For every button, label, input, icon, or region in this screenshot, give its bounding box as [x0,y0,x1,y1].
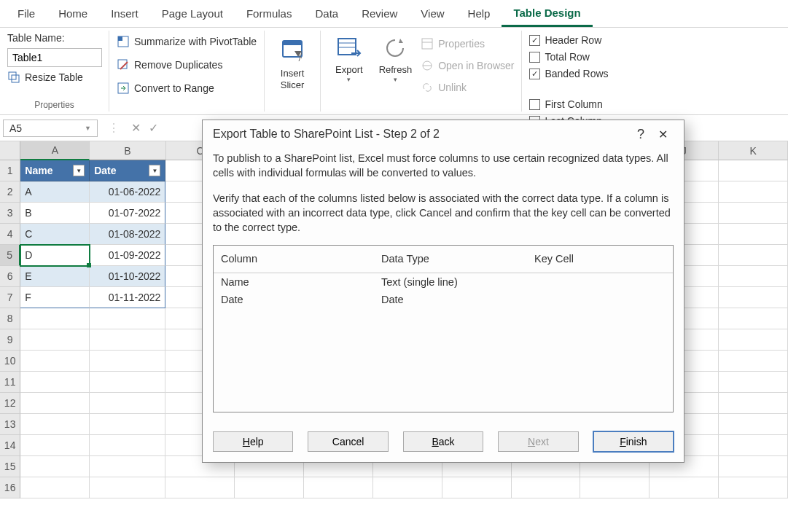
column-header-b[interactable]: B [90,141,165,160]
ribbon-tab-formulas[interactable]: Formulas [235,1,304,26]
cell-A16[interactable] [20,477,90,498]
row-header-10[interactable]: 10 [0,351,20,372]
cell-K4[interactable] [719,224,788,245]
cell-A3[interactable]: B [20,203,90,224]
cell-B6[interactable]: 01-10-2022 [90,266,165,287]
resize-table-button[interactable]: Resize Table [7,69,101,86]
cell-B16[interactable] [90,477,165,498]
cell-A6[interactable]: E [20,266,90,287]
first-column-checkbox[interactable]: First Column [529,96,781,112]
cell-K3[interactable] [719,203,788,224]
cell-J16[interactable] [649,477,719,498]
select-all-corner[interactable] [0,141,20,160]
cell-K8[interactable] [719,308,788,329]
cell-B7[interactable]: 01-11-2022 [90,287,165,308]
back-button[interactable]: Back [403,431,483,452]
list-item[interactable]: DateDate [214,291,673,308]
cell-A9[interactable] [20,329,90,351]
cell-B4[interactable]: 01-08-2022 [90,224,165,245]
banded-rows-checkbox[interactable]: ✓Banded Rows [529,66,781,82]
cell-A1[interactable]: Name▼ [20,160,90,181]
cell-A11[interactable] [20,372,90,393]
convert-range-button[interactable]: Convert to Range [117,79,257,97]
finish-button[interactable]: Finish [593,431,674,452]
cell-B10[interactable] [90,351,165,372]
cell-B12[interactable] [90,393,165,414]
cell-A8[interactable] [20,308,90,329]
cell-K13[interactable] [719,414,788,435]
row-header-4[interactable]: 4 [0,224,20,245]
cell-A12[interactable] [20,393,90,414]
name-box[interactable]: A5 ▼ [3,120,98,137]
cell-B8[interactable] [90,308,165,329]
cell-A4[interactable]: C [20,224,90,245]
row-header-3[interactable]: 3 [0,203,20,224]
cell-I16[interactable] [580,477,649,498]
ribbon-tab-view[interactable]: View [409,1,456,26]
cell-K9[interactable] [719,329,788,351]
cell-A14[interactable] [20,435,90,456]
cell-B5[interactable]: 01-09-2022 [90,245,165,266]
row-header-6[interactable]: 6 [0,266,20,287]
ribbon-tab-insert[interactable]: Insert [99,1,150,26]
cell-C16[interactable] [165,477,235,498]
cell-K15[interactable] [719,456,788,477]
cell-G16[interactable] [442,477,512,498]
row-header-15[interactable]: 15 [0,456,20,477]
row-header-8[interactable]: 8 [0,308,20,329]
ribbon-tab-table-design[interactable]: Table Design [502,1,592,27]
cell-K16[interactable] [719,477,788,498]
ribbon-tab-home[interactable]: Home [47,1,99,26]
summarize-pivot-button[interactable]: Summarize with PivotTable [117,33,257,50]
cell-B9[interactable] [90,329,165,351]
refresh-button[interactable]: Refresh ▾ [372,32,420,86]
help-button[interactable]: Help [213,431,293,452]
column-header-k[interactable]: K [719,141,788,160]
cell-B1[interactable]: Date▼ [90,160,165,181]
row-header-1[interactable]: 1 [0,160,20,181]
row-header-14[interactable]: 14 [0,435,20,456]
export-button[interactable]: Export ▾ [328,32,370,86]
row-header-7[interactable]: 7 [0,287,20,308]
cell-K5[interactable] [719,245,788,266]
cell-B2[interactable]: 01-06-2022 [90,181,165,203]
cell-K11[interactable] [719,372,788,393]
list-item[interactable]: NameText (single line) [214,273,673,291]
cell-A13[interactable] [20,414,90,435]
cell-B3[interactable]: 01-07-2022 [90,203,165,224]
cell-K7[interactable] [719,287,788,308]
row-header-13[interactable]: 13 [0,414,20,435]
column-header-a[interactable]: A [20,141,90,160]
row-header-16[interactable]: 16 [0,477,20,498]
cell-K12[interactable] [719,393,788,414]
cell-A15[interactable] [20,456,90,477]
ribbon-tab-help[interactable]: Help [456,1,502,26]
insert-slicer-button[interactable]: Insert Slicer [272,32,313,97]
cell-K10[interactable] [719,351,788,372]
table-name-input[interactable] [7,48,102,67]
cell-A5[interactable]: D [20,245,90,266]
cell-K14[interactable] [719,435,788,456]
filter-dropdown-icon[interactable]: ▼ [149,165,160,176]
cell-B13[interactable] [90,414,165,435]
cell-B11[interactable] [90,372,165,393]
cell-H16[interactable] [512,477,581,498]
cell-A7[interactable]: F [20,287,90,308]
row-header-9[interactable]: 9 [0,329,20,351]
cell-A10[interactable] [20,351,90,372]
cell-K2[interactable] [719,181,788,203]
total-row-checkbox[interactable]: Total Row [529,49,781,65]
cell-A2[interactable]: A [20,181,90,203]
header-row-checkbox[interactable]: ✓Header Row [529,32,781,48]
cell-B15[interactable] [90,456,165,477]
dialog-help-icon[interactable]: ? [630,127,652,142]
cell-F16[interactable] [373,477,442,498]
remove-duplicates-button[interactable]: Remove Duplicates [117,56,257,74]
ribbon-tab-data[interactable]: Data [303,1,350,26]
ribbon-tab-page-layout[interactable]: Page Layout [150,1,235,26]
cell-K6[interactable] [719,266,788,287]
row-header-11[interactable]: 11 [0,372,20,393]
cancel-button[interactable]: Cancel [308,431,388,452]
cell-B14[interactable] [90,435,165,456]
filter-dropdown-icon[interactable]: ▼ [73,165,85,176]
